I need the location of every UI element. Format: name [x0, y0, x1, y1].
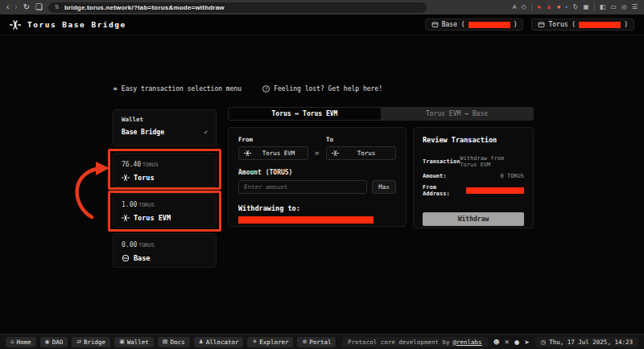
balance-item-torus-evm[interactable]: 1.00TORUS Torus EVM	[113, 193, 217, 228]
page-content: ≡ Easy transaction selection menu ? Feel…	[0, 35, 644, 334]
taskbar-item-bridge[interactable]: ⇄ Bridge	[72, 337, 110, 347]
transaction-menu-button[interactable]: ≡ Easy transaction selection menu	[114, 85, 242, 92]
torus-icon	[122, 174, 130, 182]
tray-divider	[531, 3, 532, 11]
taskbar-item-docs[interactable]: ▤ Docs	[158, 337, 190, 347]
base-address-redacted	[469, 22, 510, 28]
browser-toolbar: ‹ › ↻ ❏ ⇅ bridge.torus.network/?tab=toru…	[0, 0, 644, 14]
taskbar-docs-label: Docs	[170, 339, 184, 346]
annotation-arrow	[69, 158, 113, 220]
sidebar-toggle-icon[interactable]: ◧	[600, 0, 606, 14]
address-bar[interactable]: ⇅ bridge.torus.network/?tab=torus&mode=w…	[48, 2, 427, 13]
wallet-selected-label: Base Bridge	[122, 129, 164, 136]
torus-icon	[332, 150, 339, 157]
helper-row: ≡ Easy transaction selection menu ? Feel…	[114, 85, 382, 92]
clock-icon: ◷	[541, 339, 547, 346]
forward-icon[interactable]: ›	[14, 0, 17, 14]
fox-extension-icon[interactable]: ●	[557, 0, 561, 14]
reader-icon[interactable]: ◇	[522, 0, 526, 14]
review-amount-value: 0 TORUS	[500, 173, 524, 179]
withdraw-button[interactable]: Withdraw	[423, 212, 524, 226]
help-link[interactable]: ? Feeling lost? Get help here!	[262, 85, 382, 92]
taskbar-item-dao[interactable]: ◉ DAO	[40, 337, 68, 347]
home-icon: ⌂	[10, 339, 14, 345]
torus-evm-icon	[122, 214, 130, 222]
extension-tray: A ◇ ● ▲ ● ▪ ↻ ▣ ◧ ▭ ◎ ☰	[513, 0, 638, 14]
torus-network-label: Torus	[134, 174, 155, 182]
balance-item-base[interactable]: 0.00TORUS Base	[113, 233, 217, 268]
taskbar-item-explorer[interactable]: ✈ Explorer	[247, 337, 293, 347]
base-network-label: Base	[134, 254, 150, 262]
url-text: bridge.torus.network/?tab=torus&mode=wit…	[64, 4, 225, 11]
torus-evm-icon	[244, 150, 251, 157]
max-button[interactable]: Max	[372, 180, 396, 194]
taskbar: ⌂ Home ◉ DAO ⇄ Bridge ▣ Wallet ▤ Docs ♟ …	[0, 334, 644, 349]
media-icon[interactable]: ▭	[610, 0, 617, 14]
app-title: Torus Base Bridge	[27, 20, 126, 29]
taskbar-portal-label: Portal	[309, 339, 331, 346]
base-wallet-badge[interactable]: Base ( )	[425, 18, 524, 31]
to-network-select[interactable]: Torus	[326, 146, 396, 160]
swap-direction-icon[interactable]: ⇄	[308, 150, 326, 160]
wallet-selector[interactable]: Wallet Base Bridge ✓	[113, 109, 217, 146]
torus-balance-amount: 76.40	[122, 161, 141, 168]
list-icon: ≡	[114, 85, 118, 92]
check-icon: ✓	[204, 129, 208, 136]
balance-item-torus[interactable]: 76.40TORUS Torus	[113, 153, 217, 187]
taskbar-explorer-label: Explorer	[259, 339, 288, 346]
docs-icon: ▤	[163, 339, 168, 345]
taskbar-allocator-label: Allocator	[206, 339, 239, 346]
base-balance-amount: 0.00	[122, 241, 137, 248]
from-network-select[interactable]: Torus EVM	[238, 146, 308, 160]
taskbar-home-label: Home	[16, 339, 31, 346]
review-row-transaction: Transaction Withdraw from Torus EVM	[423, 155, 524, 168]
github-icon[interactable]: ●	[514, 339, 520, 346]
taskbar-item-allocator[interactable]: ♟ Allocator	[194, 337, 244, 347]
taskbar-item-home[interactable]: ⌂ Home	[6, 337, 36, 347]
alert-extension-icon[interactable]: ▲	[546, 0, 552, 14]
review-row-from-address: From Address:	[423, 184, 524, 197]
taskbar-item-wallet[interactable]: ▣ Wallet	[114, 337, 154, 347]
wallet-extension-icon[interactable]: ●	[537, 0, 541, 14]
tab-torus-torus-evm[interactable]: Torus ↔ Torus EVM	[229, 108, 381, 120]
torus-wallet-label: Torus (	[548, 21, 576, 28]
back-icon[interactable]: ‹	[6, 0, 9, 14]
translate-icon[interactable]: A	[513, 0, 517, 14]
transaction-value: Withdraw from Torus EVM	[460, 155, 524, 168]
taskbar-clock: ◷ Thu, 17 Jul 2025, 14:23	[535, 337, 638, 347]
amount-input[interactable]	[238, 180, 367, 194]
wallet-selected-option[interactable]: Base Bridge ✓	[122, 129, 208, 136]
site-settings-icon[interactable]: ⇅	[55, 4, 60, 10]
wallet-icon: ▣	[119, 339, 125, 345]
transaction-menu-label: Easy transaction selection menu	[122, 85, 242, 92]
sync-icon[interactable]: ↻	[572, 0, 578, 14]
tab-torus-evm-base[interactable]: Torus EVM ↔ Base	[381, 108, 533, 120]
x-icon[interactable]: ✕	[504, 339, 509, 346]
discord-icon[interactable]: ☻	[493, 339, 500, 346]
withdrawing-to-label: Withdrawing to:	[238, 204, 396, 212]
app-header: Torus Base Bridge Base ( ) Torus ( )	[0, 14, 644, 35]
from-label: From	[238, 136, 308, 143]
torus-wallet-badge[interactable]: Torus ( )	[531, 18, 634, 31]
wallet-icon	[431, 21, 439, 28]
taskbar-item-portal[interactable]: ⊕ Portal	[297, 337, 336, 347]
reload-icon[interactable]: ↻	[23, 0, 30, 14]
tray-divider	[594, 3, 595, 11]
blue-extension-icon[interactable]: ▪	[566, 0, 568, 14]
explorer-icon: ✈	[252, 339, 257, 345]
browser-menu-icon[interactable]: ☰	[632, 0, 638, 14]
from-address-redacted	[466, 187, 524, 194]
credit-link[interactable]: @renlabs	[453, 339, 482, 346]
apps-grid-icon[interactable]: ▣	[583, 0, 589, 14]
social-links: ☻ ✕ ● ➤	[493, 339, 530, 346]
credit-text: Protocol core development by	[348, 339, 449, 346]
review-transaction-panel: Review Transaction Transaction Withdraw …	[413, 127, 534, 228]
review-row-amount: Amount: 0 TORUS	[423, 173, 524, 179]
profile-icon[interactable]: ◎	[621, 0, 627, 14]
amount-label: Amount (TORUS)	[238, 169, 396, 176]
base-wallet-label: Base (	[442, 21, 465, 28]
bookmark-icon[interactable]: ❏	[35, 0, 43, 14]
taskbar-dao-label: DAO	[52, 339, 64, 346]
telegram-icon[interactable]: ➤	[524, 339, 529, 346]
wallet-icon	[538, 21, 545, 28]
